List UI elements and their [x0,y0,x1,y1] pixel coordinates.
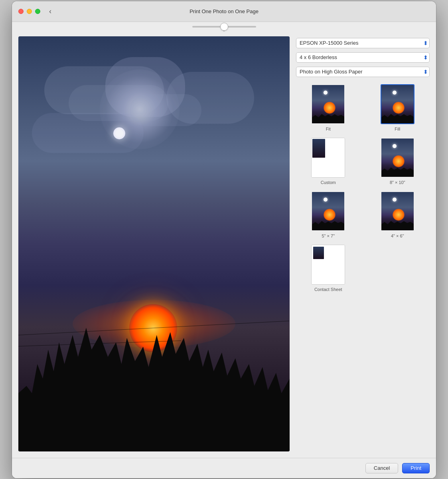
contact-small-photo [313,247,324,259]
layout-label-custom: Custom [321,180,336,185]
paper-size-dropdown-wrapper: 4 x 6 Borderless ⬍ [296,52,430,63]
traffic-lights [18,9,40,14]
titlebar: ‹ Print One Photo on One Page [12,1,436,22]
paper-type-dropdown-row: Photo on High Gloss Paper ⬍ [296,67,430,77]
layout-label-4x6: 4" × 6" [391,234,404,238]
minimize-button[interactable] [27,9,32,14]
maximize-button[interactable] [35,9,40,14]
print-window: ‹ Print One Photo on One Page ▼ [12,1,436,478]
layout-thumb-contact-sheet [311,245,345,285]
zoom-slider-thumb[interactable] [220,23,228,31]
photo-canvas [18,36,290,451]
layout-item-5x7[interactable]: 5" × 7" [296,191,361,238]
printer-dropdown-wrapper: EPSON XP-15000 Series ⬍ [296,38,430,48]
layout-label-fill: Fill [395,127,400,131]
cloud-5 [166,72,254,124]
printer-dropdown-row: EPSON XP-15000 Series ⬍ [296,38,430,48]
cloud-6 [32,113,144,153]
print-button[interactable]: Print [402,463,430,473]
layout-item-8x10[interactable]: 8" × 10" [365,138,430,185]
close-button[interactable] [18,9,24,14]
zoom-slider-wrapper: ▼ [192,26,256,34]
photo-panel [18,36,290,451]
zoom-slider-area: ▼ [12,22,436,36]
controls-panel: EPSON XP-15000 Series ⬍ 4 x 6 Borderless… [296,36,430,451]
custom-small-photo [312,139,325,158]
paper-type-dropdown-wrapper: Photo on High Gloss Paper ⬍ [296,67,430,77]
zoom-slider-track[interactable] [192,26,256,28]
bottom-buttons: Cancel Print [12,458,436,478]
layout-thumb-8x10 [381,138,414,178]
paper-type-select[interactable]: Photo on High Gloss Paper [296,67,430,77]
layout-thumb-fill [381,84,414,124]
layout-label-fit: Fit [326,127,331,131]
layout-thumb-custom [311,138,345,178]
paper-size-select[interactable]: 4 x 6 Borderless [296,52,430,63]
layout-item-4x6[interactable]: 4" × 6" [365,191,430,238]
paper-size-dropdown-row: 4 x 6 Borderless ⬍ [296,52,430,63]
layout-label-contact-sheet: Contact Sheet [314,287,342,292]
layout-label-8x10: 8" × 10" [390,180,405,185]
window-title: Print One Photo on One Page [189,8,259,14]
clouds [32,57,276,244]
layout-item-fit[interactable]: Fit [296,84,361,131]
layout-item-contact-sheet[interactable]: Contact Sheet [296,245,361,292]
layout-thumb-fit [311,84,345,124]
layout-thumb-5x7 [311,191,345,231]
content-area: EPSON XP-15000 Series ⬍ 4 x 6 Borderless… [12,36,436,458]
cancel-button[interactable]: Cancel [365,463,398,473]
layout-item-custom[interactable]: Custom [296,138,361,185]
layout-grid: Fit Fill [296,81,430,295]
printer-select[interactable]: EPSON XP-15000 Series [296,38,430,48]
back-button[interactable]: ‹ [47,6,54,16]
layout-label-5x7: 5" × 7" [322,234,335,238]
layout-thumb-4x6 [381,191,414,231]
layout-item-fill[interactable]: Fill [365,84,430,131]
